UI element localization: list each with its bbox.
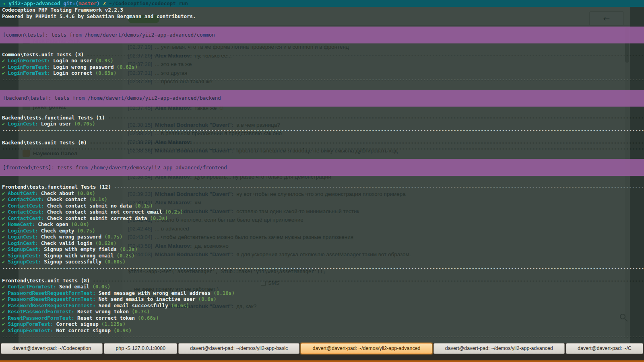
taskbar-window-button[interactable]: php -S 127.0.0.1:8080	[104, 343, 177, 354]
group-title: Common\tests.unit Tests (3)	[2, 51, 84, 58]
test-duration: (0.6s)	[198, 296, 217, 302]
test-result-line: ✔ResetPasswordFormTest:Reset correct tok…	[0, 315, 644, 321]
group-title: Backend\tests.functional Tests (1)	[2, 115, 105, 121]
check-icon: ✔	[2, 259, 5, 265]
test-class-name: ContactCest:	[8, 209, 44, 215]
check-icon: ✔	[2, 215, 5, 221]
test-result-line: ✔ContactCest:Check contact submit not co…	[0, 209, 644, 215]
terminal-blank-line	[0, 133, 644, 140]
taskbar-window-button[interactable]: davert@davert-pad: ~/demos/yii2-app-adva…	[301, 343, 432, 354]
terminal-blank-line	[0, 82, 644, 89]
test-result-line: ✔PasswordResetRequestFormTest:Not send e…	[0, 296, 644, 302]
test-duration: (0.9s)	[114, 327, 132, 333]
test-duration: (0.62s)	[116, 64, 138, 70]
test-description: Reset correct token	[77, 315, 135, 321]
test-group-header: Backend\tests.functional Tests (1)------…	[0, 115, 644, 121]
check-icon: ✔	[2, 58, 5, 64]
test-duration: (0.68s)	[138, 315, 159, 321]
git-branch: master	[78, 0, 97, 6]
test-description: Login correct	[53, 70, 93, 76]
taskbar-window-button[interactable]: davert@davert-pad: ~/C	[566, 343, 643, 354]
test-result-line: ✔ContactCest:Check contact submit no dat…	[0, 203, 644, 209]
test-class-name: PasswordResetRequestFormTest:	[8, 290, 96, 296]
test-class-name: SignupCest:	[8, 246, 41, 252]
test-description: Check contact submit not correct email	[47, 209, 162, 215]
test-description: Send message with wrong email address	[99, 290, 211, 296]
test-description: Check open	[38, 221, 68, 227]
terminal-output: Codeception PHP Testing Framework v2.2.3…	[0, 7, 644, 340]
test-class-name: LoginFormTest:	[8, 58, 50, 64]
test-description: Signup with empty fields	[44, 246, 117, 252]
suite-banner: [frontend\tests]: tests from /home/daver…	[0, 159, 644, 176]
group-dashes: ----------------------------------------…	[114, 184, 644, 190]
git-dirty-icon: ✗	[103, 0, 106, 6]
taskbar-bottom-strip	[0, 354, 644, 362]
test-result-line: ✔ResetPasswordFormTest:Reset wrong token…	[0, 309, 644, 315]
check-icon: ✔	[2, 309, 5, 315]
taskbar-window-button[interactable]: davert@davert-pad: ~/demos/yii2-app-adva…	[433, 343, 565, 354]
test-description: Login user	[41, 121, 71, 127]
test-group-header: Backend\tests.unit Tests (0)------------…	[0, 140, 644, 146]
test-duration: (0.7s)	[132, 309, 150, 315]
terminal-window[interactable]: →yii2-app-advancedgit:(master)✗~/Codecep…	[0, 0, 644, 343]
terminal-prompt-bar: →yii2-app-advancedgit:(master)✗~/Codecep…	[0, 0, 644, 7]
desktop: ← Nick Palamarchukjavier gomezНауменко П…	[0, 0, 644, 362]
prompt-command: ~/Codeception/codecept run	[109, 0, 188, 6]
test-class-name: LoginCest:	[8, 228, 38, 234]
test-result-line: ✔SignupCest:Signup with wrong email(0.2s…	[0, 253, 644, 259]
terminal-blank-line	[0, 271, 644, 278]
test-description: Check about	[41, 190, 74, 196]
check-icon: ✔	[2, 296, 5, 302]
test-group-header: Common\tests.unit Tests (3)-------------…	[0, 51, 644, 58]
test-result-line: ✔LoginCest:Check wrong password(0.7s)	[0, 234, 644, 240]
test-result-line: ✔LoginCest:Check valid login(0.62s)	[0, 240, 644, 247]
group-dashes: ----------------------------------------…	[90, 140, 644, 146]
taskbar-window-button[interactable]: davert@davert-pad: ~/demos/yii2-app-basi…	[178, 343, 299, 354]
test-class-name: LoginFormTest:	[8, 64, 50, 70]
terminal-blank-line	[0, 19, 644, 26]
check-icon: ✔	[2, 234, 5, 240]
test-description: Check empty	[41, 228, 74, 234]
check-icon: ✔	[2, 246, 5, 252]
group-title: Backend\tests.unit Tests (0)	[2, 140, 87, 146]
group-title: Frontend\tests.functional Tests (12)	[2, 184, 111, 190]
test-class-name: LoginCest:	[8, 240, 38, 246]
suite-banner: [common\tests]: tests from /home/davert/…	[0, 27, 644, 43]
check-icon: ✔	[2, 284, 5, 290]
test-description: Correct signup	[56, 321, 98, 327]
test-duration: (0.0s)	[92, 284, 110, 290]
test-class-name: SignupCest:	[8, 253, 41, 259]
test-duration: (0.7s)	[77, 228, 95, 234]
test-duration: (0.0s)	[77, 190, 95, 196]
test-result-line: ✔LoginFormTest:Login correct(0.63s)	[0, 70, 644, 76]
check-icon: ✔	[2, 70, 5, 76]
check-icon: ✔	[2, 203, 5, 209]
taskbar-window-button[interactable]: davert@davert-pad: ~/Codeception	[1, 343, 103, 354]
test-description: Send email successfully	[99, 302, 168, 309]
suite-banner-text: [common\tests]: tests from /home/davert/…	[3, 32, 215, 38]
test-duration: (0.10s)	[213, 290, 235, 296]
test-group-header: Frontend\tests.unit Tests (8)-----------…	[0, 278, 644, 284]
test-description: Check valid login	[41, 240, 93, 246]
test-description: Signup with wrong email	[44, 253, 114, 259]
check-icon: ✔	[2, 121, 5, 127]
test-description: Check contact submit no data	[47, 203, 132, 209]
check-icon: ✔	[2, 196, 5, 202]
test-class-name: HomeCest:	[8, 221, 35, 227]
test-class-name: ContactCest:	[8, 196, 44, 202]
prompt-directory: yii2-app-advanced	[9, 0, 60, 6]
test-duration: (0.9s)	[95, 58, 114, 64]
test-class-name: PasswordResetRequestFormTest:	[8, 296, 96, 302]
check-icon: ✔	[2, 209, 5, 215]
test-class-name: ResetPasswordFormTest:	[8, 315, 75, 321]
test-class-name: SignupCest:	[8, 259, 41, 265]
test-duration: (0.62s)	[95, 240, 117, 246]
test-description: Check wrong password	[41, 234, 102, 240]
test-result-line: ✔LoginFormTest:Login no user(0.9s)	[0, 58, 644, 64]
test-result-line: ✔LoginCest:Check empty(0.7s)	[0, 228, 644, 234]
test-class-name: ContactFormTest:	[8, 284, 56, 290]
test-class-name: SignupFormTest:	[8, 327, 54, 333]
test-class-name: ContactCest:	[8, 215, 44, 221]
test-result-line: ✔ContactFormTest:Send email(0.0s)	[0, 284, 644, 290]
test-result-line: ✔PasswordResetRequestFormTest:Send email…	[0, 302, 644, 309]
